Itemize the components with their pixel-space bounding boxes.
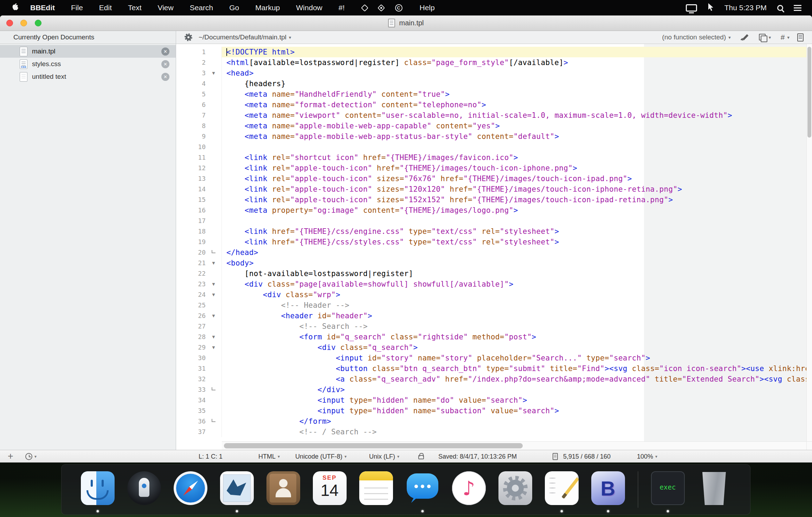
code-line[interactable]: 33 </div> [176, 384, 812, 395]
fold-end-icon[interactable] [206, 247, 222, 258]
code-line[interactable]: 6 <meta name="format-detection" content=… [176, 100, 812, 110]
dock-item-finder[interactable] [81, 466, 115, 513]
apple-menu[interactable] [12, 3, 19, 13]
menu-edit[interactable]: Edit [91, 0, 120, 15]
code-line[interactable]: 21▾<body> [176, 258, 812, 268]
code-line[interactable]: 22 [not-available=lostpassword|register] [176, 268, 812, 279]
code-line[interactable]: 27 <!-- Search --> [176, 321, 812, 332]
fold-open-icon[interactable]: ▾ [206, 289, 222, 300]
code-line[interactable]: 25 <!-- Header --> [176, 300, 812, 311]
dock-item-textedit[interactable] [545, 466, 579, 513]
code-line[interactable]: 9 <meta name="apple-mobile-web-app-statu… [176, 131, 812, 142]
dock-item-itunes[interactable]: ♪ [452, 466, 486, 513]
lock-icon[interactable] [418, 455, 424, 459]
code-line[interactable]: 15 <link rel="apple-touch-icon" sizes="1… [176, 194, 812, 205]
code-line[interactable]: 4 {headers} [176, 78, 812, 89]
display-icon[interactable] [686, 4, 697, 12]
code-line[interactable]: 29▾ <div class="q_search"> [176, 342, 812, 353]
code-line[interactable]: 30 <input id="story" name="story" placeh… [176, 353, 812, 363]
menu-markup[interactable]: Markup [247, 0, 288, 15]
horizontal-scrollbar[interactable] [222, 441, 806, 450]
dock-item-trash[interactable] [697, 466, 731, 513]
close-window-button[interactable] [6, 20, 13, 26]
code-line[interactable]: 1<!DOCTYPE html> [176, 47, 812, 57]
code-line[interactable]: 16 <meta property="og:image" content="{T… [176, 205, 812, 216]
code-line[interactable]: 10 [176, 142, 812, 152]
add-document-button[interactable] [8, 450, 13, 462]
code-line[interactable]: 17 [176, 216, 812, 226]
horizontal-scrollbar-thumb[interactable] [224, 443, 523, 448]
file-path-menu[interactable]: ~/Documents/Default/main.tpl ▾ [199, 33, 291, 41]
encoding-popup[interactable]: Unicode (UTF-8) ▾ [295, 450, 347, 462]
code-line[interactable]: 34 <input type="hidden" name="do" value=… [176, 395, 812, 406]
sidebar-item-main-tpl[interactable]: main.tpl [0, 45, 176, 58]
code-line[interactable]: 13 <link rel="apple-touch-icon" sizes="7… [176, 173, 812, 184]
recent-documents-menu[interactable]: ▾ [25, 450, 37, 462]
menu-help[interactable]: Help [412, 0, 443, 15]
dock-item-notes[interactable] [359, 466, 393, 513]
proxy-document-icon[interactable] [388, 19, 395, 27]
code-line[interactable]: 3▾<head> [176, 68, 812, 78]
code-line[interactable]: 31 <button class="btn q_search_btn" type… [176, 363, 812, 374]
vertical-scrollbar[interactable] [806, 44, 812, 441]
scripts-menu-icon[interactable] [361, 4, 368, 11]
fold-open-icon[interactable]: ▾ [206, 258, 222, 268]
cursor-icon[interactable] [708, 3, 714, 13]
language-popup[interactable]: HTML ▾ [258, 450, 280, 462]
menu-window[interactable]: Window [288, 0, 330, 15]
sidebar-item-untitled-text[interactable]: untitled text [0, 70, 176, 83]
code-line[interactable]: 5 <meta name="HandheldFriendly" content=… [176, 89, 812, 100]
code-editor[interactable]: 1<!DOCTYPE html>2<html[available=lostpas… [176, 44, 812, 450]
fold-end-icon[interactable] [206, 416, 222, 427]
dock-item-sysprefs[interactable] [498, 466, 532, 513]
menu-view[interactable]: View [150, 0, 182, 15]
zoom-popup[interactable]: 100% ▾ [637, 450, 657, 462]
spotlight-icon[interactable] [777, 5, 783, 11]
text-filters-menu-icon[interactable] [377, 4, 385, 11]
vertical-scrollbar-thumb[interactable] [807, 47, 811, 138]
code-line[interactable]: 35 <input type="hidden" name="subaction"… [176, 406, 812, 416]
code-line[interactable]: 20</head> [176, 247, 812, 258]
documents-menu-icon[interactable]: ▾ [759, 33, 773, 42]
dock-item-launchpad[interactable] [127, 466, 161, 513]
menu-go[interactable]: Go [221, 0, 247, 15]
code-line[interactable]: 12 <link rel="apple-touch-icon" href="{T… [176, 163, 812, 173]
close-icon[interactable] [161, 73, 169, 81]
code-line[interactable]: 8 <meta name="apple-mobile-web-app-capab… [176, 121, 812, 131]
pencil-icon[interactable] [741, 33, 750, 42]
dock-item-messages[interactable] [406, 466, 439, 513]
dock-item-exec[interactable]: exec [651, 466, 685, 513]
code-line[interactable]: 14 <link rel="apple-touch-icon" sizes="1… [176, 184, 812, 194]
menu-shebang[interactable]: #! [330, 0, 353, 15]
code-line[interactable]: 28▾ <form id="q_search" class="rightside… [176, 332, 812, 342]
menu-clock[interactable]: Thu 5:23 PM [724, 4, 767, 12]
menu-bbedit[interactable]: BBEdit [22, 0, 63, 15]
fold-open-icon[interactable]: ▾ [206, 311, 222, 321]
fold-open-icon[interactable]: ▾ [206, 332, 222, 342]
zoom-window-button[interactable] [35, 20, 41, 26]
dock-item-bbedit[interactable]: B [591, 466, 625, 513]
fold-open-icon[interactable]: ▾ [206, 342, 222, 353]
notification-center-icon[interactable] [794, 5, 801, 11]
code-line[interactable]: 23▾ <div class="page[available=showfull]… [176, 279, 812, 289]
function-selector[interactable]: (no function selected) ▾ [662, 33, 731, 41]
dock-item-calendar[interactable]: SEP14 [313, 466, 347, 513]
code-line[interactable]: 32 <a class="q_search_adv" href="/index.… [176, 374, 812, 384]
line-ending-popup[interactable]: Unix (LF) ▾ [369, 450, 399, 462]
code-line[interactable]: 7 <meta name="viewport" content="user-sc… [176, 110, 812, 121]
code-line[interactable]: 2<html[available=lostpassword|register] … [176, 57, 812, 68]
menu-search[interactable]: Search [182, 0, 221, 15]
code-line[interactable]: 24▾ <div class="wrp"> [176, 289, 812, 300]
code-lines[interactable]: 1<!DOCTYPE html>2<html[available=lostpas… [176, 44, 812, 441]
title-bar[interactable]: main.tpl [0, 15, 812, 31]
clippings-menu-icon[interactable] [395, 4, 402, 12]
minimize-window-button[interactable] [20, 20, 27, 26]
code-line[interactable]: 11 <link rel="shortcut icon" href="{THEM… [176, 152, 812, 163]
document-icon[interactable] [797, 33, 804, 42]
close-icon[interactable] [161, 47, 169, 56]
gear-icon[interactable] [185, 33, 192, 41]
fold-open-icon[interactable]: ▾ [206, 279, 222, 289]
code-line[interactable]: 37 <!-- / Search --> [176, 427, 812, 437]
code-line[interactable]: 18 <link href="{THEME}/css/engine.css" t… [176, 226, 812, 237]
code-line[interactable]: 36 </form> [176, 416, 812, 427]
